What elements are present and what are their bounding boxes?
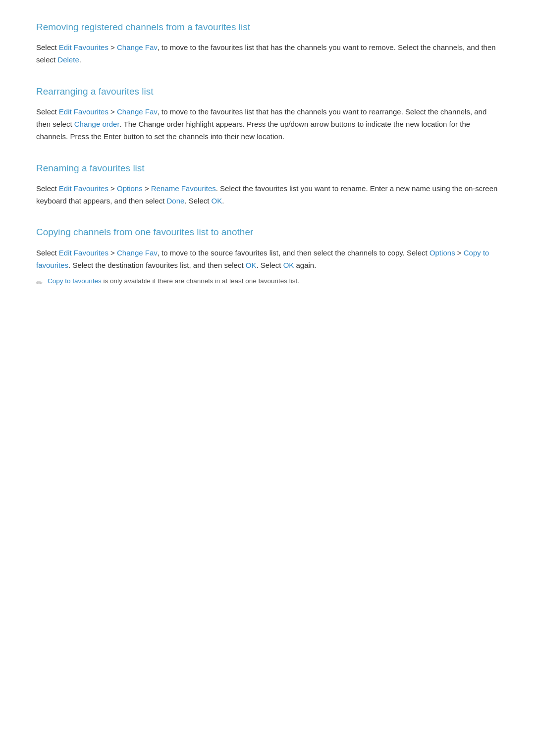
highlight-done: Done bbox=[167, 197, 185, 205]
section-body-renaming: Select Edit Favourites > Options > Renam… bbox=[36, 183, 499, 207]
section-body-rearranging: Select Edit Favourites > Change Fav, to … bbox=[36, 106, 499, 143]
section-title-rearranging: Rearranging a favourites list bbox=[36, 84, 499, 99]
section-title-renaming: Renaming a favourites list bbox=[36, 161, 499, 176]
highlight-change-fav-1: Change Fav bbox=[117, 43, 158, 51]
section-copying: Copying channels from one favourites lis… bbox=[36, 225, 499, 289]
highlight-options-1: Options bbox=[117, 184, 143, 193]
highlight-rename-favourites: Rename Favourites bbox=[151, 184, 216, 193]
section-title-removing: Removing registered channels from a favo… bbox=[36, 20, 499, 35]
highlight-ok-1: OK bbox=[212, 197, 222, 205]
pencil-icon: ✏ bbox=[36, 277, 43, 290]
section-rearranging: Rearranging a favourites list Select Edi… bbox=[36, 84, 499, 143]
highlight-ok-3: OK bbox=[283, 261, 294, 269]
note-highlight-copy-to-favourites: Copy to favourites bbox=[48, 277, 102, 285]
highlight-edit-favourites-2: Edit Favourites bbox=[59, 107, 108, 116]
highlight-edit-favourites-3: Edit Favourites bbox=[59, 184, 108, 193]
section-removing: Removing registered channels from a favo… bbox=[36, 20, 499, 66]
section-title-copying: Copying channels from one favourites lis… bbox=[36, 225, 499, 240]
section-body-copying: Select Edit Favourites > Change Fav, to … bbox=[36, 247, 499, 272]
section-renaming: Renaming a favourites list Select Edit F… bbox=[36, 161, 499, 207]
highlight-change-order: Change order bbox=[74, 120, 120, 128]
highlight-change-fav-3: Change Fav bbox=[117, 249, 158, 257]
highlight-change-fav-2: Change Fav bbox=[117, 107, 158, 116]
highlight-ok-2: OK bbox=[246, 261, 257, 269]
highlight-options-2: Options bbox=[429, 249, 455, 257]
note-text-copy: Copy to favourites is only available if … bbox=[48, 276, 299, 286]
note-block-copy: ✏ Copy to favourites is only available i… bbox=[36, 276, 499, 290]
highlight-edit-favourites-1: Edit Favourites bbox=[59, 43, 108, 51]
page-content: Removing registered channels from a favo… bbox=[36, 20, 499, 290]
highlight-delete: Delete bbox=[57, 55, 79, 64]
section-body-removing: Select Edit Favourites > Change Fav, to … bbox=[36, 42, 499, 66]
highlight-edit-favourites-4: Edit Favourites bbox=[59, 249, 108, 257]
